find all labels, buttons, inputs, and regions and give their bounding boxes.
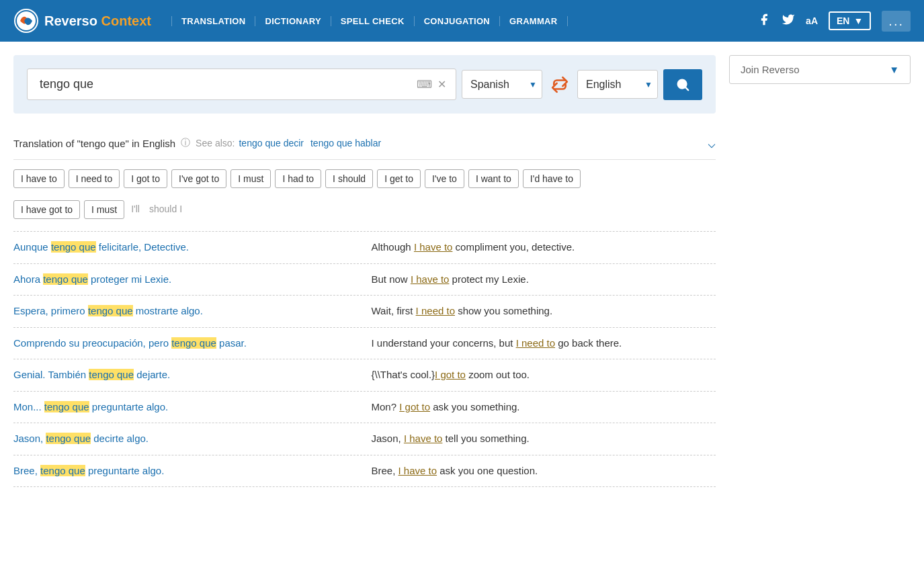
sentence-spanish-7: Jason, tengo que decirte algo. (13, 431, 372, 447)
header: Reverso Context TRANSLATION DICTIONARY S… (0, 0, 924, 42)
logo-context: Context (101, 13, 151, 28)
tag-i-got-to[interactable]: I got to (124, 169, 167, 188)
tag-i-must[interactable]: I must (230, 169, 271, 188)
highlight-1: tengo que (51, 241, 96, 253)
sentence-row: Bree, tengo que preguntarte algo. Bree, … (13, 455, 716, 488)
tag-i-want-to[interactable]: I want to (468, 169, 519, 188)
translation-header: Translation of "tengo que" in English ⓘ … (13, 127, 716, 160)
logo-reverso: Reverso (44, 13, 97, 28)
highlight-5: tengo que (89, 369, 134, 380)
sentence-spanish-2: Ahora tengo que proteger mi Lexie. (13, 272, 372, 288)
sentence-english-1: Although I have to compliment you, detec… (372, 240, 716, 255)
sentence-row: Aunque tengo que felicitarle, Detective.… (13, 232, 716, 264)
header-right: aA EN ▼ ... (757, 11, 911, 32)
join-reverso-arrow-icon: ▼ (889, 64, 899, 75)
font-size-button[interactable]: aA (806, 15, 818, 26)
search-icon (675, 77, 690, 92)
tag-i-must-2[interactable]: I must (84, 200, 124, 219)
sentence-english-8: Bree, I have to ask you one question. (372, 464, 716, 479)
sentence-english-4: I understand your concerns, but I need t… (372, 336, 716, 351)
facebook-icon[interactable] (757, 13, 771, 30)
join-reverso-button[interactable]: Join Reverso ▼ (729, 55, 911, 84)
translation-highlight-7: I have to (404, 433, 443, 444)
see-also-label: See also: (196, 138, 235, 148)
tag-i-have-to[interactable]: I have to (13, 169, 65, 188)
translation-highlight-2: I have to (411, 273, 450, 285)
sentence-english-5: {\\That's cool.}I got to zoom out too. (372, 367, 716, 383)
sentence-english-7: Jason, I have to tell you something. (372, 431, 716, 447)
tag-ive-got-to[interactable]: I've got to (171, 169, 226, 188)
clear-icon[interactable]: ✕ (435, 75, 449, 93)
tag-i-need-to[interactable]: I need to (69, 169, 120, 188)
sentence-row: Ahora tengo que proteger mi Lexie. But n… (13, 264, 716, 296)
translation-highlight-5: I got to (435, 369, 466, 380)
sentence-english-2: But now I have to protect my Lexie. (372, 272, 716, 288)
nav-translation[interactable]: TRANSLATION (171, 16, 256, 26)
translation-title: Translation of "tengo que" in English (13, 138, 175, 149)
see-also-link-1[interactable]: tengo que decir (239, 138, 304, 148)
main-content: ⌨ ✕ Spanish English French ▼ (0, 42, 924, 487)
tag-should-i: should I (146, 200, 185, 219)
sentence-spanish-5: Genial. También tengo que dejarte. (13, 367, 372, 383)
logo-text: Reverso Context (44, 13, 151, 29)
search-input-wrapper: ⌨ ✕ (27, 69, 456, 100)
sentence-row: Espera, primero tengo que mostrarte algo… (13, 296, 716, 328)
sentence-spanish-6: Mon... tengo que preguntarte algo. (13, 400, 372, 415)
sentence-english-3: Wait, first I need to show you something… (372, 304, 716, 319)
keyboard-icon[interactable]: ⌨ (414, 75, 435, 93)
tag-ill: I'll (128, 200, 142, 219)
logo[interactable]: Reverso Context (13, 8, 151, 34)
target-lang-select[interactable]: English Spanish French (577, 70, 658, 99)
tag-i-had-to[interactable]: I had to (275, 169, 321, 188)
search-input[interactable] (34, 69, 414, 99)
sentence-english-6: Mon? I got to ask you something. (372, 400, 716, 415)
translation-highlight-4: I need to (516, 337, 555, 349)
translation-highlight-3: I need to (416, 305, 455, 316)
tags-container-2: I have got to I must I'll should I (13, 200, 716, 219)
lang-label: EN (837, 15, 849, 26)
highlight-6: tengo que (44, 401, 89, 412)
tag-i-should[interactable]: I should (325, 169, 373, 188)
sentence-spanish-4: Comprendo su preocupación, pero tengo qu… (13, 336, 372, 351)
join-reverso-label: Join Reverso (741, 64, 800, 75)
search-container: ⌨ ✕ Spanish English French ▼ (13, 55, 716, 114)
translation-highlight-1: I have to (414, 241, 453, 253)
language-selector-button[interactable]: EN ▼ (829, 11, 871, 30)
translation-highlight-6: I got to (399, 401, 430, 412)
translation-highlight-8: I have to (398, 465, 437, 476)
sentence-row: Comprendo su preocupación, pero tengo qu… (13, 328, 716, 360)
tag-ive-to[interactable]: I've to (425, 169, 464, 188)
svg-line-4 (685, 87, 688, 90)
twitter-icon[interactable] (782, 13, 795, 30)
nav-grammar[interactable]: GRAMMAR (500, 16, 567, 26)
sentences-container: Aunque tengo que felicitarle, Detective.… (13, 231, 716, 487)
nav-dictionary[interactable]: DICTIONARY (255, 16, 331, 26)
more-options-button[interactable]: ... (882, 11, 911, 32)
nav-conjugation[interactable]: CONJUGATION (415, 16, 500, 26)
left-panel: ⌨ ✕ Spanish English French ▼ (13, 55, 716, 487)
search-button[interactable] (663, 69, 702, 100)
see-also-link-2[interactable]: tengo que hablar (310, 138, 381, 148)
sentence-spanish-3: Espera, primero tengo que mostrarte algo… (13, 304, 372, 319)
source-lang-wrapper: Spanish English French ▼ (462, 70, 542, 99)
source-lang-select[interactable]: Spanish English French (462, 70, 542, 99)
tag-i-get-to[interactable]: I get to (377, 169, 421, 188)
swap-languages-button[interactable] (548, 73, 572, 97)
nav-spell-check[interactable]: SPELL CHECK (331, 16, 415, 26)
main-nav: TRANSLATION DICTIONARY SPELL CHECK CONJU… (171, 16, 568, 26)
expand-button[interactable]: ⌵ (708, 135, 716, 151)
sentence-spanish-1: Aunque tengo que felicitarle, Detective. (13, 240, 372, 255)
highlight-2: tengo que (43, 273, 88, 285)
highlight-7: tengo que (46, 433, 91, 444)
info-icon[interactable]: ⓘ (181, 137, 190, 149)
highlight-3: tengo que (88, 305, 133, 316)
highlight-4: tengo que (171, 337, 216, 349)
highlight-8: tengo que (40, 465, 85, 476)
tag-id-have-to[interactable]: I'd have to (523, 169, 581, 188)
tag-i-have-got-to[interactable]: I have got to (13, 200, 80, 219)
logo-icon (13, 8, 39, 34)
right-panel: Join Reverso ▼ (729, 55, 911, 487)
target-lang-wrapper: English Spanish French ▼ (577, 70, 658, 99)
lang-chevron-icon: ▼ (853, 15, 863, 26)
sentence-row: Jason, tengo que decirte algo. Jason, I … (13, 423, 716, 455)
